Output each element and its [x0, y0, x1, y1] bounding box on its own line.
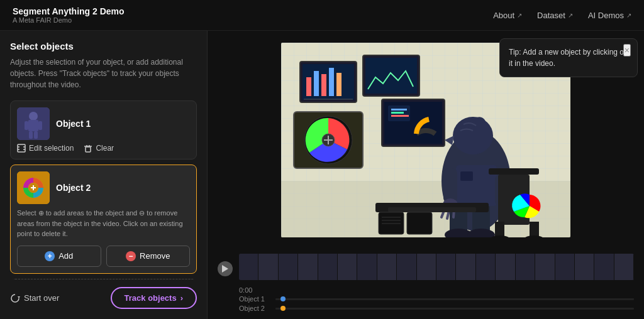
- frame-thumb: [555, 254, 575, 280]
- svg-rect-74: [388, 207, 476, 212]
- nav-ai-demos-label: AI Demos: [588, 11, 624, 20]
- track-chevron-icon: ›: [180, 293, 183, 303]
- object-1-actions: Edit selection Clear: [17, 144, 190, 153]
- edit-selection-icon: [17, 144, 26, 153]
- right-panel: × Tip: Add a new object by clicking on i…: [208, 31, 644, 319]
- obj2-thumb-svg: [17, 171, 50, 204]
- add-button[interactable]: + Add: [17, 246, 101, 267]
- clear-button[interactable]: Clear: [84, 144, 114, 153]
- svg-rect-31: [314, 71, 319, 96]
- tooltip-text: Tip: Add a new object by clicking on it …: [509, 48, 628, 68]
- svg-rect-47: [391, 109, 407, 111]
- frame-thumb: [535, 254, 555, 280]
- svg-rect-57: [443, 168, 457, 203]
- nav-dataset[interactable]: Dataset ↗: [537, 11, 573, 20]
- add-object-stub[interactable]: [10, 279, 197, 280]
- panel-title: Select objects: [10, 41, 197, 51]
- object-1-thumbnail: [17, 107, 50, 140]
- frame-thumb: [496, 254, 515, 280]
- app-subtitle: A Meta FAIR Demo: [13, 16, 125, 24]
- svg-rect-69: [495, 222, 504, 237]
- tooltip: × Tip: Add a new object by clicking on i…: [499, 38, 638, 77]
- nav-ai-demos[interactable]: AI Demos ↗: [588, 11, 631, 20]
- svg-rect-6: [34, 131, 38, 139]
- frame-thumb: [298, 254, 318, 280]
- track-1-label: Object 1: [239, 295, 270, 303]
- object-card-2: Object 2 Select ⊕ to add areas to the ob…: [10, 165, 197, 274]
- tooltip-close-button[interactable]: ×: [623, 44, 631, 57]
- external-link-icon: ↗: [568, 12, 573, 19]
- start-over-icon: [10, 293, 20, 303]
- object-2-description: Select ⊕ to add areas to the object and …: [17, 208, 190, 239]
- object-1-name: Object 1: [56, 119, 91, 129]
- frame-thumb: [338, 254, 357, 280]
- remove-button[interactable]: − Remove: [106, 246, 191, 267]
- svg-rect-30: [306, 77, 311, 96]
- app-title: Segment Anything 2 Demo: [13, 6, 125, 16]
- frame-thumb: [239, 254, 258, 280]
- svg-rect-70: [530, 222, 539, 237]
- object-2-thumbnail: [17, 171, 50, 204]
- svg-rect-56: [460, 171, 473, 181]
- main-layout: Select objects Adjust the selection of y…: [0, 31, 644, 319]
- external-link-icon: ↗: [517, 12, 522, 19]
- object-2-name: Object 2: [56, 183, 91, 193]
- add-label: Add: [58, 251, 73, 261]
- remove-circle-icon: −: [126, 251, 136, 261]
- track-row-1: Object 1: [239, 295, 634, 303]
- edit-selection-button[interactable]: Edit selection: [17, 144, 74, 153]
- svg-rect-2: [28, 120, 38, 131]
- nav-about[interactable]: About ↗: [493, 11, 522, 20]
- app-branding: Segment Anything 2 Demo A Meta FAIR Demo: [13, 6, 125, 24]
- trash-icon: [84, 144, 92, 153]
- svg-point-1: [29, 112, 38, 121]
- svg-rect-32: [321, 74, 326, 96]
- object-2-header: Object 2: [17, 171, 190, 204]
- frame-thumb: [516, 254, 535, 280]
- svg-rect-34: [336, 73, 341, 96]
- timeline-area: 0:00 Object 1 Object 2: [208, 249, 644, 319]
- svg-marker-81: [222, 265, 228, 273]
- frame-thumb: [456, 254, 475, 280]
- object-1-header: Object 1: [17, 107, 190, 140]
- track-2-line: [275, 308, 634, 310]
- play-button[interactable]: [218, 261, 233, 276]
- clear-label: Clear: [96, 144, 114, 153]
- track-1-line: [275, 298, 634, 300]
- track-2-label: Object 2: [239, 305, 270, 312]
- track-2-dot: [280, 306, 286, 311]
- frame-thumb: [258, 254, 278, 280]
- frame-thumb: [614, 254, 634, 280]
- svg-rect-3: [25, 121, 28, 130]
- add-circle-icon: +: [45, 251, 55, 261]
- header-nav: About ↗ Dataset ↗ AI Demos ↗: [493, 11, 631, 20]
- svg-rect-33: [329, 68, 334, 96]
- svg-rect-67: [489, 168, 539, 175]
- frame-thumb: [397, 254, 416, 280]
- left-panel: Select objects Adjust the selection of y…: [0, 31, 208, 319]
- nav-dataset-label: Dataset: [537, 11, 565, 20]
- track-objects-button[interactable]: Track objects ›: [111, 287, 197, 309]
- obj1-thumb-svg: [17, 107, 50, 140]
- panel-footer: Start over Track objects ›: [10, 287, 197, 309]
- frame-thumb: [417, 254, 436, 280]
- timeline-strip[interactable]: [239, 254, 634, 280]
- start-over-label: Start over: [24, 293, 59, 303]
- track-objects-label: Track objects: [125, 293, 177, 303]
- frame-thumb: [318, 254, 338, 280]
- svg-rect-7: [18, 144, 25, 152]
- panel-description: Adjust the selection of your object, or …: [10, 57, 197, 90]
- frame-thumb: [357, 254, 377, 280]
- app-header: Segment Anything 2 Demo A Meta FAIR Demo…: [0, 0, 644, 31]
- timeline-frames: [239, 254, 634, 280]
- video-area[interactable]: × Tip: Add a new object by clicking on i…: [208, 31, 644, 249]
- frame-thumb: [436, 254, 456, 280]
- timeline-time: 0:00: [239, 286, 252, 294]
- svg-rect-12: [86, 147, 91, 152]
- svg-rect-48: [391, 112, 404, 114]
- start-over-button[interactable]: Start over: [10, 293, 59, 303]
- frame-thumb: [279, 254, 298, 280]
- external-link-icon: ↗: [626, 12, 631, 19]
- frame-thumb: [476, 254, 496, 280]
- svg-point-63: [453, 117, 493, 154]
